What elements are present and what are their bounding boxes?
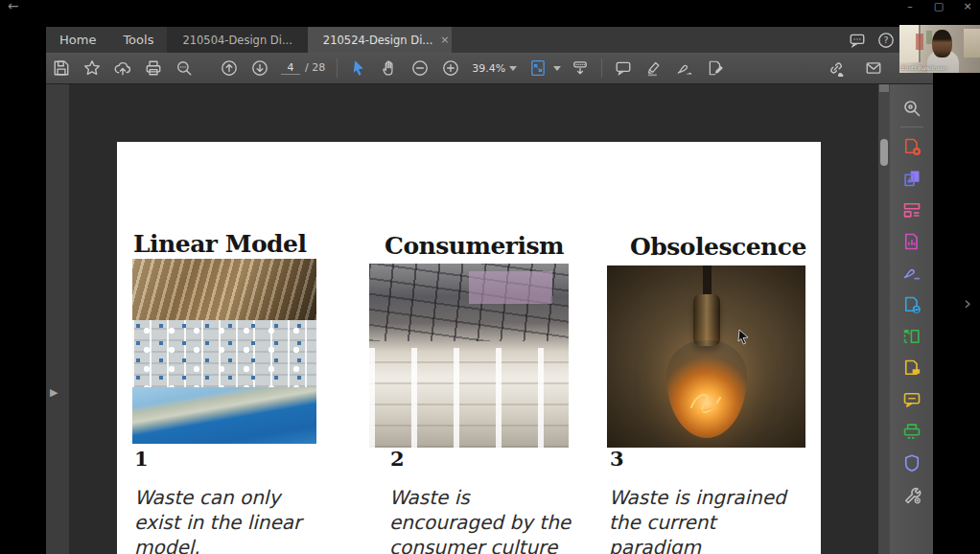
mouse-cursor xyxy=(737,329,751,346)
back-arrow-icon[interactable]: ← xyxy=(8,0,19,13)
document-tab-2[interactable]: 210524-Design Di... × xyxy=(308,27,452,53)
email-icon[interactable] xyxy=(865,59,882,77)
column-heading: Obsolescence xyxy=(630,233,806,261)
page-total-label: / 28 xyxy=(305,61,325,74)
toolbar-divider xyxy=(337,58,338,78)
column-number: 2 xyxy=(390,447,405,471)
protect-tool[interactable] xyxy=(901,452,922,473)
tools-sidebar xyxy=(890,84,933,554)
page-number-input[interactable]: 4 xyxy=(281,61,300,75)
hand-icon[interactable] xyxy=(381,59,398,77)
previous-page-icon[interactable] xyxy=(221,59,238,77)
mall-skylight xyxy=(469,271,552,305)
save-icon[interactable] xyxy=(53,59,70,77)
next-page-icon[interactable] xyxy=(251,59,268,77)
webcam-poster xyxy=(916,34,923,50)
toolbar-divider xyxy=(601,58,602,78)
zoom-level-value: 39.4% xyxy=(472,62,505,75)
create-pdf-tool[interactable] xyxy=(901,136,922,157)
combine-files-tool[interactable] xyxy=(901,168,922,189)
scrollbar-cap xyxy=(879,84,889,92)
comment-tool[interactable] xyxy=(901,389,922,410)
fill-sign-icon[interactable] xyxy=(707,59,724,77)
zoom-in-icon[interactable] xyxy=(442,59,459,77)
tab-home[interactable]: Home xyxy=(46,27,109,53)
acrobat-window: Home Tools 210504-Design Di... 210524-De… xyxy=(46,27,933,554)
column-number: 3 xyxy=(610,447,624,471)
participant-name-label: Eliott Rawlinson xyxy=(901,64,947,71)
search-tool[interactable] xyxy=(901,98,922,119)
export-pdf-tool[interactable] xyxy=(901,231,922,252)
page-scroll-icon[interactable] xyxy=(572,59,589,77)
minimize-button[interactable]: – xyxy=(903,0,917,12)
bulb-filament xyxy=(682,379,732,423)
help-icon[interactable]: ? xyxy=(877,32,895,49)
ocean-garbage-photo xyxy=(132,387,316,444)
mall-photo xyxy=(369,264,569,448)
more-tools[interactable] xyxy=(901,484,922,505)
mine-photo xyxy=(132,259,316,320)
chevron-down-icon[interactable] xyxy=(553,66,561,71)
zoom-level-box[interactable]: 39.4% xyxy=(472,62,517,75)
factory-photo xyxy=(132,320,316,387)
vertical-scrollbar[interactable] xyxy=(878,84,890,554)
document-view: ▶ Linear Model 1 Waste can only exist in… xyxy=(46,84,933,554)
link-icon[interactable] xyxy=(828,59,845,77)
column-caption: Waste is encouraged by the consumer cult… xyxy=(389,485,581,554)
mall-floor xyxy=(369,348,569,448)
tab-tools[interactable]: Tools xyxy=(109,27,167,53)
share-cloud-icon[interactable] xyxy=(114,59,131,77)
star-icon[interactable] xyxy=(83,59,101,77)
pdf-page: Linear Model 1 Waste can only exist in t… xyxy=(117,142,821,554)
optimize-pdf-tool[interactable] xyxy=(901,294,922,315)
webcam-shelf xyxy=(964,29,980,58)
bulb-cord xyxy=(703,265,712,298)
svg-text:?: ? xyxy=(883,35,888,45)
column-caption: Waste can only exist in the linear model… xyxy=(134,485,305,554)
tab-close-icon[interactable]: × xyxy=(440,34,449,46)
scrollbar-thumb[interactable] xyxy=(880,139,888,166)
nav-pane-expand-icon[interactable]: ▶ xyxy=(50,386,58,399)
lightbulb-photo xyxy=(607,265,805,448)
toolbar: 4 / 28 39.4% xyxy=(46,53,933,84)
document-tab-1-label: 210504-Design Di... xyxy=(182,34,292,47)
highlight-icon[interactable] xyxy=(645,59,663,77)
zoom-out-icon[interactable] xyxy=(411,59,429,77)
column-caption: Waste is ingrained the current paradigm xyxy=(609,485,812,554)
navigation-pane-strip: ▶ xyxy=(46,84,69,554)
sign-icon[interactable] xyxy=(676,59,693,77)
maximize-button[interactable]: ▢ xyxy=(932,0,945,12)
chevron-down-icon xyxy=(509,66,517,71)
scan-ocr-tool[interactable] xyxy=(901,421,922,442)
comment-icon[interactable] xyxy=(615,59,632,77)
fill-sign-tool[interactable] xyxy=(901,263,922,284)
webcam-tile: Eliott Rawlinson xyxy=(899,25,980,73)
edit-pdf-tool[interactable] xyxy=(901,326,922,347)
request-signatures-tool[interactable] xyxy=(901,358,922,379)
print-icon[interactable] xyxy=(145,59,162,77)
close-button[interactable]: × xyxy=(961,0,974,12)
fit-page-icon[interactable] xyxy=(529,59,547,77)
chat-icon[interactable] xyxy=(849,32,866,49)
overlay-expand-chevron-icon[interactable]: › xyxy=(964,291,971,314)
pointer-icon[interactable] xyxy=(350,59,367,77)
document-tab-1[interactable]: 210504-Design Di... xyxy=(167,27,307,53)
sidebar-divider xyxy=(900,127,923,127)
webcam-poster xyxy=(926,31,933,44)
tab-bar: Home Tools 210504-Design Di... 210524-De… xyxy=(46,27,933,53)
page-number-box: 4 / 28 xyxy=(281,61,325,75)
document-tab-2-label: 210524-Design Di... xyxy=(323,34,432,47)
bulb-socket xyxy=(693,294,720,346)
find-icon[interactable] xyxy=(175,59,193,77)
column-heading: Consumerism xyxy=(385,232,564,260)
column-heading: Linear Model xyxy=(133,230,306,258)
webcam-person-head xyxy=(932,30,952,58)
column-number: 1 xyxy=(134,447,149,471)
organize-pages-tool[interactable] xyxy=(901,199,922,220)
shared-screen: ← – ▢ × Home Tools 210504-Design Di... 2… xyxy=(0,0,980,554)
